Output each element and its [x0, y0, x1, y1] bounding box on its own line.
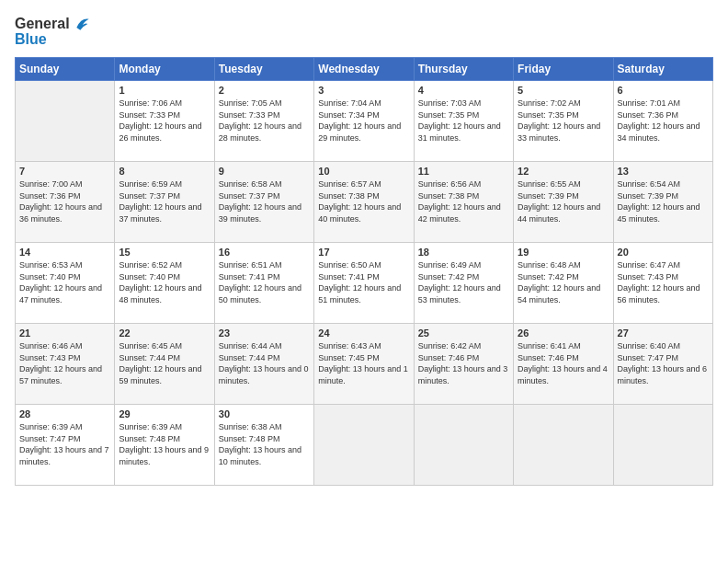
day-number: 21	[19, 327, 110, 339]
calendar-cell: 29Sunrise: 6:39 AMSunset: 7:48 PMDayligh…	[115, 405, 214, 486]
day-info: Sunrise: 6:38 AMSunset: 7:48 PMDaylight:…	[219, 421, 310, 467]
day-info: Sunrise: 6:59 AMSunset: 7:37 PMDaylight:…	[119, 178, 210, 224]
day-number: 18	[418, 247, 509, 258]
day-number: 29	[119, 408, 210, 419]
weekday-header-friday: Friday	[514, 58, 613, 81]
calendar-cell: 15Sunrise: 6:52 AMSunset: 7:40 PMDayligh…	[115, 243, 214, 324]
calendar-cell	[613, 405, 712, 486]
calendar-cell: 23Sunrise: 6:44 AMSunset: 7:44 PMDayligh…	[214, 324, 313, 405]
day-info: Sunrise: 7:05 AMSunset: 7:33 PMDaylight:…	[219, 98, 310, 144]
day-number: 24	[318, 327, 409, 339]
day-info: Sunrise: 6:52 AMSunset: 7:40 PMDaylight:…	[119, 259, 210, 305]
day-number: 10	[318, 166, 409, 177]
calendar-cell: 5Sunrise: 7:02 AMSunset: 7:35 PMDaylight…	[514, 81, 613, 162]
calendar-cell: 9Sunrise: 6:58 AMSunset: 7:37 PMDaylight…	[214, 162, 313, 243]
calendar-cell: 12Sunrise: 6:55 AMSunset: 7:39 PMDayligh…	[514, 162, 613, 243]
logo-blue-text: Blue	[15, 31, 47, 48]
week-row-3: 14Sunrise: 6:53 AMSunset: 7:40 PMDayligh…	[16, 243, 713, 324]
calendar-cell: 4Sunrise: 7:03 AMSunset: 7:35 PMDaylight…	[414, 81, 513, 162]
day-number: 4	[418, 85, 509, 96]
day-info: Sunrise: 7:03 AMSunset: 7:35 PMDaylight:…	[418, 98, 509, 144]
calendar-cell	[16, 81, 115, 162]
calendar-cell: 6Sunrise: 7:01 AMSunset: 7:36 PMDaylight…	[613, 81, 712, 162]
calendar-cell: 10Sunrise: 6:57 AMSunset: 7:38 PMDayligh…	[314, 162, 414, 243]
weekday-header-sunday: Sunday	[16, 58, 115, 81]
calendar-cell: 14Sunrise: 6:53 AMSunset: 7:40 PMDayligh…	[16, 243, 115, 324]
day-number: 27	[618, 327, 709, 339]
day-info: Sunrise: 7:04 AMSunset: 7:34 PMDaylight:…	[318, 98, 409, 144]
calendar-cell	[314, 405, 414, 486]
day-number: 12	[518, 166, 609, 177]
day-number: 23	[219, 327, 310, 339]
day-info: Sunrise: 6:45 AMSunset: 7:44 PMDaylight:…	[119, 340, 210, 386]
day-number: 20	[618, 247, 709, 258]
day-number: 15	[119, 247, 210, 258]
calendar-cell	[414, 405, 513, 486]
week-row-4: 21Sunrise: 6:46 AMSunset: 7:43 PMDayligh…	[16, 324, 713, 405]
logo: General Blue	[15, 15, 90, 48]
day-number: 22	[119, 327, 210, 339]
day-info: Sunrise: 7:06 AMSunset: 7:33 PMDaylight:…	[119, 98, 210, 144]
day-info: Sunrise: 6:56 AMSunset: 7:38 PMDaylight:…	[418, 178, 509, 224]
calendar-cell: 27Sunrise: 6:40 AMSunset: 7:47 PMDayligh…	[613, 324, 712, 405]
calendar-cell: 25Sunrise: 6:42 AMSunset: 7:46 PMDayligh…	[414, 324, 513, 405]
calendar-cell: 21Sunrise: 6:46 AMSunset: 7:43 PMDayligh…	[16, 324, 115, 405]
day-info: Sunrise: 6:55 AMSunset: 7:39 PMDaylight:…	[518, 178, 609, 224]
day-number: 8	[119, 166, 210, 177]
logo-bird-icon	[72, 15, 90, 33]
calendar-cell: 16Sunrise: 6:51 AMSunset: 7:41 PMDayligh…	[214, 243, 313, 324]
day-info: Sunrise: 6:47 AMSunset: 7:43 PMDaylight:…	[618, 259, 709, 305]
week-row-5: 28Sunrise: 6:39 AMSunset: 7:47 PMDayligh…	[16, 405, 713, 486]
day-info: Sunrise: 6:58 AMSunset: 7:37 PMDaylight:…	[219, 178, 310, 224]
day-number: 5	[518, 85, 609, 96]
calendar-cell: 13Sunrise: 6:54 AMSunset: 7:39 PMDayligh…	[613, 162, 712, 243]
day-number: 1	[119, 85, 210, 96]
calendar-table: SundayMondayTuesdayWednesdayThursdayFrid…	[15, 57, 713, 486]
week-row-2: 7Sunrise: 7:00 AMSunset: 7:36 PMDaylight…	[16, 162, 713, 243]
calendar-cell: 24Sunrise: 6:43 AMSunset: 7:45 PMDayligh…	[314, 324, 414, 405]
day-info: Sunrise: 6:50 AMSunset: 7:41 PMDaylight:…	[318, 259, 409, 305]
logo-general-text: General	[15, 16, 70, 32]
weekday-header-thursday: Thursday	[414, 58, 513, 81]
calendar-cell: 28Sunrise: 6:39 AMSunset: 7:47 PMDayligh…	[16, 405, 115, 486]
day-info: Sunrise: 6:39 AMSunset: 7:47 PMDaylight:…	[19, 421, 110, 467]
weekday-header-saturday: Saturday	[613, 58, 712, 81]
calendar-cell: 2Sunrise: 7:05 AMSunset: 7:33 PMDaylight…	[214, 81, 313, 162]
calendar-cell: 17Sunrise: 6:50 AMSunset: 7:41 PMDayligh…	[314, 243, 414, 324]
calendar-cell: 3Sunrise: 7:04 AMSunset: 7:34 PMDaylight…	[314, 81, 414, 162]
weekday-header-row: SundayMondayTuesdayWednesdayThursdayFrid…	[16, 58, 713, 81]
header: General Blue	[15, 15, 713, 48]
day-info: Sunrise: 6:44 AMSunset: 7:44 PMDaylight:…	[219, 340, 310, 386]
calendar-cell: 8Sunrise: 6:59 AMSunset: 7:37 PMDaylight…	[115, 162, 214, 243]
day-number: 2	[219, 85, 310, 96]
day-info: Sunrise: 7:00 AMSunset: 7:36 PMDaylight:…	[19, 178, 110, 224]
day-info: Sunrise: 6:54 AMSunset: 7:39 PMDaylight:…	[618, 178, 709, 224]
calendar-cell: 11Sunrise: 6:56 AMSunset: 7:38 PMDayligh…	[414, 162, 513, 243]
day-number: 26	[518, 327, 609, 339]
day-number: 13	[618, 166, 709, 177]
week-row-1: 1Sunrise: 7:06 AMSunset: 7:33 PMDaylight…	[16, 81, 713, 162]
day-info: Sunrise: 6:39 AMSunset: 7:48 PMDaylight:…	[119, 421, 210, 467]
day-number: 19	[518, 247, 609, 258]
calendar-cell: 30Sunrise: 6:38 AMSunset: 7:48 PMDayligh…	[214, 405, 313, 486]
day-info: Sunrise: 6:42 AMSunset: 7:46 PMDaylight:…	[418, 340, 509, 386]
weekday-header-tuesday: Tuesday	[214, 58, 313, 81]
day-number: 9	[219, 166, 310, 177]
calendar-cell: 22Sunrise: 6:45 AMSunset: 7:44 PMDayligh…	[115, 324, 214, 405]
weekday-header-monday: Monday	[115, 58, 214, 81]
day-info: Sunrise: 6:57 AMSunset: 7:38 PMDaylight:…	[318, 178, 409, 224]
day-info: Sunrise: 6:46 AMSunset: 7:43 PMDaylight:…	[19, 340, 110, 386]
weekday-header-wednesday: Wednesday	[314, 58, 414, 81]
calendar-cell: 20Sunrise: 6:47 AMSunset: 7:43 PMDayligh…	[613, 243, 712, 324]
day-info: Sunrise: 7:01 AMSunset: 7:36 PMDaylight:…	[618, 98, 709, 144]
day-info: Sunrise: 6:51 AMSunset: 7:41 PMDaylight:…	[219, 259, 310, 305]
day-info: Sunrise: 6:43 AMSunset: 7:45 PMDaylight:…	[318, 340, 409, 386]
day-info: Sunrise: 6:48 AMSunset: 7:42 PMDaylight:…	[518, 259, 609, 305]
page: General Blue SundayMondayTuesdayWednesda…	[0, 0, 728, 563]
day-number: 16	[219, 247, 310, 258]
day-number: 28	[19, 408, 110, 419]
day-number: 6	[618, 85, 709, 96]
calendar-cell: 7Sunrise: 7:00 AMSunset: 7:36 PMDaylight…	[16, 162, 115, 243]
calendar-cell	[514, 405, 613, 486]
day-info: Sunrise: 6:49 AMSunset: 7:42 PMDaylight:…	[418, 259, 509, 305]
